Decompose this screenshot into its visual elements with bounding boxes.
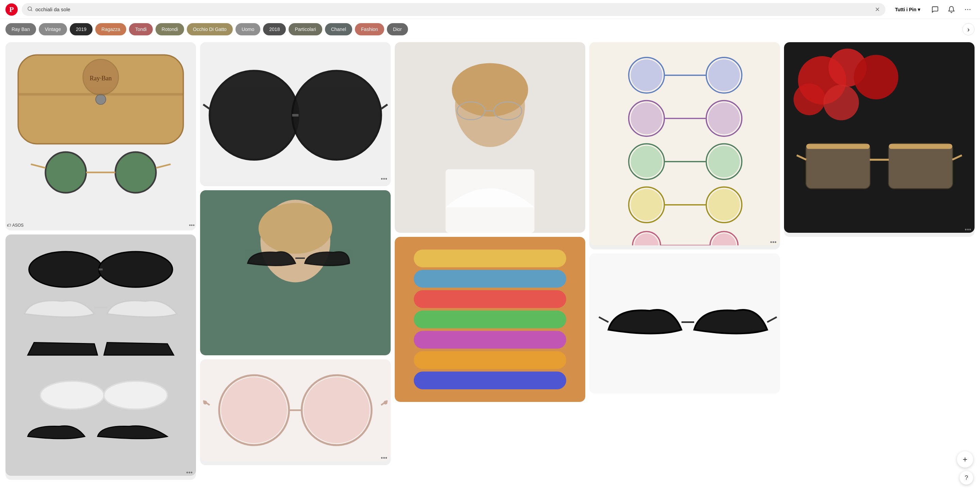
pin-more-button[interactable]: ••• [770,239,776,246]
add-pin-button[interactable]: + [957,451,973,467]
svg-point-86 [794,83,825,115]
chip-fashion[interactable]: Fashion [355,23,384,35]
pins-grid: Ray·Ban 🏷 ASOS••• [0,40,980,483]
chip-dior[interactable]: Dior [387,23,408,35]
filter-bar: Ray BanVintage2019RagazzaTondiRotondiOcc… [0,19,980,40]
chevron-right-icon: › [967,25,970,33]
svg-point-4 [969,9,970,10]
pin-more-button[interactable]: ••• [381,176,387,183]
svg-rect-50 [414,311,566,328]
chevron-down-icon: ▾ [918,7,920,12]
pin-image [200,190,391,355]
pin-image [200,42,391,182]
svg-point-75 [635,234,659,245]
chip-tondi[interactable]: Tondi [129,23,153,35]
svg-point-10 [46,152,86,192]
svg-text:Ray·Ban: Ray·Ban [90,75,112,82]
chip-chanel[interactable]: Chanel [325,23,352,35]
svg-point-55 [630,59,662,91]
svg-point-22 [210,71,298,160]
search-icon [27,6,33,13]
pin-card[interactable]: ••• [5,234,196,480]
svg-line-25 [203,105,210,109]
svg-point-7 [95,94,106,105]
pin-more-button[interactable]: ••• [186,469,192,477]
chip-rotondi[interactable]: Rotondi [156,23,184,35]
svg-point-20 [104,381,167,409]
svg-point-57 [708,59,740,91]
svg-point-77 [712,234,736,245]
pinterest-logo[interactable]: P [5,3,18,16]
svg-point-85 [854,55,898,99]
svg-rect-49 [414,290,566,308]
svg-point-72 [708,189,740,221]
pin-image [395,42,585,233]
pin-tag-text: ASOS [12,223,24,228]
search-bar: ✕ [22,3,885,16]
pin-more-button[interactable]: ••• [965,226,971,234]
svg-rect-92 [806,144,870,149]
pin-footer [589,245,780,250]
clear-icon[interactable]: ✕ [875,6,880,13]
chip-occhio-di-gatto[interactable]: Occhio Di Gatto [187,23,233,35]
chip-ragazza[interactable]: Ragazza [95,23,126,35]
pin-more-button[interactable]: ••• [381,455,387,462]
pin-card[interactable] [395,237,585,402]
svg-point-16 [99,251,172,287]
chip-2019[interactable]: 2019 [70,23,92,35]
header: P ✕ Tutti i Pin ▾ [0,0,980,19]
more-options-button[interactable] [961,3,975,16]
svg-rect-45 [445,169,534,233]
svg-point-62 [708,102,740,134]
svg-line-80 [599,317,608,322]
pin-footer: 🏷 ASOS••• [5,220,196,230]
pin-card[interactable] [395,42,585,233]
messages-button[interactable] [928,3,942,16]
svg-point-15 [29,251,103,287]
help-button[interactable]: ? [959,471,973,483]
svg-point-38 [203,401,207,404]
pin-card[interactable]: ••• [200,42,391,186]
svg-point-29 [259,203,332,254]
svg-point-60 [630,102,662,134]
pin-footer [784,233,975,237]
svg-line-13 [31,164,46,168]
pin-card[interactable]: ••• [200,359,391,465]
pin-image [395,237,585,402]
pin-more-button[interactable]: ••• [189,222,195,228]
svg-point-23 [292,71,381,160]
svg-rect-53 [414,372,566,389]
chip-ray-ban[interactable]: Ray Ban [5,23,36,35]
svg-point-11 [115,152,156,192]
svg-point-41 [452,63,528,117]
svg-point-67 [708,146,740,177]
tutti-i-pin-label: Tutti i Pin [895,7,916,12]
chip-uomo[interactable]: Uomo [235,23,260,35]
search-input[interactable] [35,6,872,12]
svg-point-65 [630,146,662,177]
plus-icon: + [963,455,967,464]
pin-tag: 🏷 ASOS [7,223,24,228]
notifications-button[interactable] [945,3,958,16]
pin-image [784,42,975,233]
pin-card[interactable]: ••• [784,42,975,237]
svg-rect-89 [806,144,870,189]
svg-point-3 [967,9,969,10]
svg-line-1 [31,10,32,11]
svg-point-2 [965,9,966,10]
filter-scroll-right-button[interactable]: › [962,23,975,35]
tutti-i-pin-button[interactable]: Tutti i Pin ▾ [889,4,926,15]
pin-card[interactable]: ••• [589,42,780,250]
chip-2018[interactable]: 2018 [263,23,286,35]
pin-footer [200,182,391,186]
pin-card[interactable]: Ray·Ban 🏷 ASOS••• [5,42,196,230]
chip-vintage[interactable]: Vintage [39,23,67,35]
pin-card[interactable] [200,190,391,355]
pin-image [200,359,391,461]
pin-image [5,234,196,476]
svg-rect-93 [889,144,953,149]
pin-card[interactable] [589,254,780,393]
svg-point-87 [824,85,859,121]
pin-image [589,42,780,245]
chip-particolari[interactable]: Particolari [288,23,322,35]
